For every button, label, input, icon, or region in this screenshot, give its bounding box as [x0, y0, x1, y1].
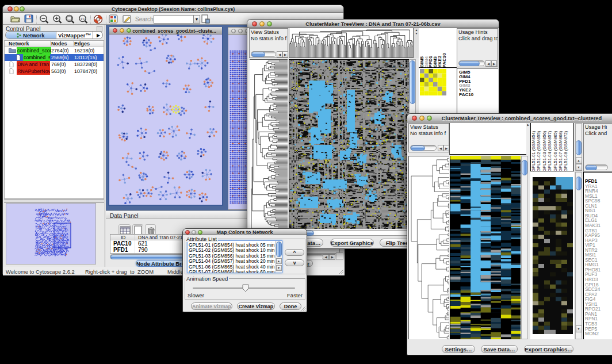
- svg-text:1:1: 1:1: [81, 17, 85, 21]
